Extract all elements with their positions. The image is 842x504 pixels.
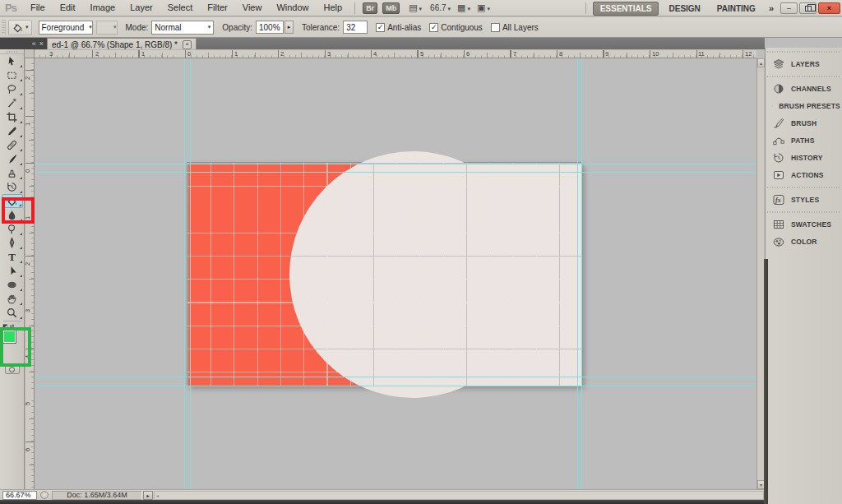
menu-window[interactable]: Window bbox=[269, 0, 316, 16]
vertical-ruler[interactable]: 2101234567 bbox=[25, 58, 35, 489]
arrange-documents-icon[interactable]: ▤▾ bbox=[409, 2, 422, 13]
menu-view[interactable]: View bbox=[235, 0, 270, 16]
close-button[interactable]: × bbox=[818, 2, 840, 14]
guide-horizontal[interactable] bbox=[35, 377, 756, 377]
guide-vertical[interactable] bbox=[190, 58, 191, 489]
ruler-number: 7 bbox=[513, 50, 516, 58]
tolerance-input[interactable]: 32 bbox=[343, 21, 368, 34]
collapse-panel-icon[interactable]: « bbox=[32, 40, 36, 48]
options-bar-grip[interactable] bbox=[2, 20, 6, 35]
close-panel-icon[interactable]: × bbox=[39, 40, 44, 48]
dock-edge-divider[interactable] bbox=[764, 259, 768, 504]
scroll-up-icon[interactable]: ▴ bbox=[757, 58, 765, 67]
ruler-number: 6 bbox=[24, 448, 31, 451]
contiguous-checkbox[interactable]: ✓Contiguous bbox=[429, 23, 483, 32]
ellipse-shape-tool[interactable] bbox=[2, 278, 23, 292]
ruler-number: 12 bbox=[745, 50, 752, 58]
menu-select[interactable]: Select bbox=[160, 0, 201, 16]
status-expand-button[interactable]: ▸ bbox=[143, 491, 153, 500]
dock-separator[interactable] bbox=[767, 74, 840, 78]
guide-vertical[interactable] bbox=[581, 58, 582, 489]
panel-button-styles[interactable]: fx STYLES bbox=[766, 191, 842, 208]
panel-button-brush[interactable]: BRUSH bbox=[766, 114, 842, 132]
scroll-left-icon[interactable]: ◂ bbox=[156, 492, 159, 498]
move-tool[interactable] bbox=[2, 54, 23, 68]
ruler-number: 0 bbox=[187, 50, 191, 58]
panel-button-swatches[interactable]: SWATCHES bbox=[766, 215, 842, 233]
all-layers-checkbox[interactable]: All Layers bbox=[491, 23, 539, 32]
guide-vertical[interactable] bbox=[577, 58, 578, 489]
view-extras-icon[interactable]: ▦▾ bbox=[457, 2, 470, 13]
menu-file[interactable]: File bbox=[23, 0, 53, 16]
horizontal-ruler[interactable]: 3210123456789101112 bbox=[35, 49, 756, 58]
panel-button-brush-presets[interactable]: BRUSH PRESETS bbox=[766, 97, 842, 114]
mini-bridge-button[interactable]: Mb bbox=[382, 2, 400, 14]
hand-tool[interactable] bbox=[2, 292, 23, 306]
workspace-painting[interactable]: PAINTING bbox=[710, 2, 762, 15]
healing-brush-tool[interactable] bbox=[2, 138, 23, 152]
clone-stamp-tool[interactable] bbox=[2, 166, 23, 180]
dodge-tool[interactable] bbox=[2, 222, 23, 236]
menu-edit[interactable]: Edit bbox=[53, 0, 83, 16]
crop-tool[interactable] bbox=[2, 110, 23, 124]
panel-button-channels[interactable]: CHANNELS bbox=[766, 80, 842, 97]
bridge-button[interactable]: Br bbox=[363, 2, 377, 14]
zoom-tool[interactable] bbox=[2, 306, 23, 320]
restore-button[interactable] bbox=[799, 2, 817, 14]
tab-close-icon[interactable]: × bbox=[183, 40, 192, 49]
brush-tool[interactable] bbox=[2, 152, 23, 166]
menu-image[interactable]: Image bbox=[83, 0, 123, 16]
panel-button-history[interactable]: HISTORY bbox=[766, 149, 842, 166]
eyedropper-tool[interactable] bbox=[2, 124, 23, 138]
zoom-level-control[interactable]: 66.7▾ bbox=[430, 3, 451, 12]
opacity-input[interactable]: 100% bbox=[256, 21, 284, 34]
panel-button-layers[interactable]: LAYERS bbox=[766, 55, 842, 72]
status-zoom-input[interactable]: 66.67% bbox=[2, 491, 37, 500]
rectangular-marquee-tool[interactable] bbox=[2, 68, 23, 82]
opacity-slider-button[interactable]: ▸ bbox=[285, 21, 294, 34]
dock-separator[interactable] bbox=[767, 210, 840, 214]
menu-help[interactable]: Help bbox=[317, 0, 350, 16]
minimize-button[interactable]: – bbox=[780, 2, 798, 14]
menu-filter[interactable]: Filter bbox=[200, 0, 234, 16]
current-tool-badge[interactable]: ▾ bbox=[8, 20, 32, 35]
screen-mode-icon[interactable]: ▣▾ bbox=[477, 2, 490, 13]
panel-button-color[interactable]: COLOR bbox=[766, 233, 842, 250]
workspace-overflow-chevron[interactable]: » bbox=[769, 3, 774, 13]
pen-tool[interactable] bbox=[2, 236, 23, 250]
panel-button-actions[interactable]: ACTIONS bbox=[766, 166, 842, 183]
ruler-number: 8 bbox=[559, 50, 562, 58]
dock-separator[interactable] bbox=[767, 49, 840, 53]
ruler-number: 6 bbox=[466, 50, 470, 58]
workspace-essentials[interactable]: ESSENTIALS bbox=[593, 2, 659, 16]
panel-button-paths[interactable]: PATHS bbox=[766, 132, 842, 149]
menu-layer[interactable]: Layer bbox=[123, 0, 160, 16]
vertical-scrollbar[interactable]: ▴ ▾ bbox=[756, 58, 764, 489]
type-tool[interactable]: T bbox=[2, 250, 23, 264]
options-bar: ▾ Foreground▾ ▾ Mode: Normal▾ Opacity: 1… bbox=[0, 17, 842, 38]
guide-horizontal[interactable] bbox=[35, 172, 756, 173]
document-canvas[interactable] bbox=[187, 163, 581, 386]
magic-wand-tool[interactable] bbox=[2, 96, 23, 110]
workspace-design[interactable]: DESIGN bbox=[662, 2, 706, 15]
horizontal-scrollbar[interactable]: ◂ bbox=[154, 491, 764, 500]
anti-alias-checkbox[interactable]: ✓Anti-alias bbox=[376, 23, 421, 32]
ruler-number: 5 bbox=[420, 50, 423, 58]
mode-dropdown[interactable]: Normal▾ bbox=[151, 21, 214, 35]
pattern-picker: ▾ bbox=[96, 21, 118, 35]
fill-source-dropdown[interactable]: Foreground▾ bbox=[39, 21, 93, 35]
path-selection-tool[interactable] bbox=[2, 264, 23, 278]
document-tab[interactable]: ed-1 @ 66.7% (Shape 1, RGB/8) * × bbox=[47, 38, 197, 50]
dock-separator[interactable] bbox=[767, 185, 840, 189]
tools-dock-header: « × bbox=[0, 38, 47, 49]
guide-horizontal[interactable] bbox=[35, 164, 756, 164]
ruler-number: 1 bbox=[141, 50, 145, 58]
divider bbox=[354, 2, 355, 14]
history-brush-tool[interactable] bbox=[2, 180, 23, 194]
guide-horizontal[interactable] bbox=[35, 386, 756, 386]
lasso-tool[interactable] bbox=[2, 82, 23, 96]
grid-overlay bbox=[187, 163, 581, 386]
document-tab-title: ed-1 @ 66.7% (Shape 1, RGB/8) * bbox=[52, 40, 178, 49]
guide-vertical[interactable] bbox=[184, 58, 185, 489]
canvas-area[interactable] bbox=[35, 58, 756, 489]
